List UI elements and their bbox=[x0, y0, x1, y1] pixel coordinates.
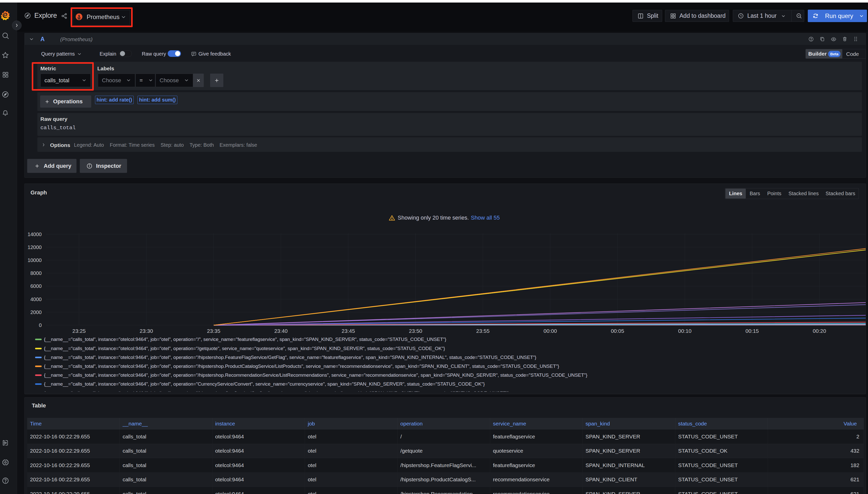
svg-text:23:45: 23:45 bbox=[342, 328, 355, 334]
svg-text:23:55: 23:55 bbox=[476, 328, 490, 334]
svg-text:23:50: 23:50 bbox=[409, 328, 422, 334]
svg-text:4000: 4000 bbox=[31, 297, 42, 302]
svg-text:23:35: 23:35 bbox=[207, 328, 220, 334]
svg-text:14000: 14000 bbox=[28, 231, 42, 237]
svg-text:00:05: 00:05 bbox=[611, 328, 624, 334]
svg-text:12000: 12000 bbox=[28, 245, 42, 250]
svg-text:10000: 10000 bbox=[28, 258, 42, 263]
svg-text:00:20: 00:20 bbox=[813, 328, 826, 334]
svg-text:23:25: 23:25 bbox=[72, 328, 86, 334]
svg-text:23:30: 23:30 bbox=[140, 328, 153, 334]
svg-text:23:40: 23:40 bbox=[274, 328, 288, 334]
svg-text:2000: 2000 bbox=[31, 309, 42, 315]
svg-text:00:15: 00:15 bbox=[745, 328, 759, 334]
svg-text:00:00: 00:00 bbox=[543, 328, 557, 334]
svg-text:6000: 6000 bbox=[31, 283, 42, 289]
svg-text:8000: 8000 bbox=[31, 270, 42, 276]
svg-text:0: 0 bbox=[39, 322, 42, 328]
svg-text:00:10: 00:10 bbox=[678, 328, 692, 334]
